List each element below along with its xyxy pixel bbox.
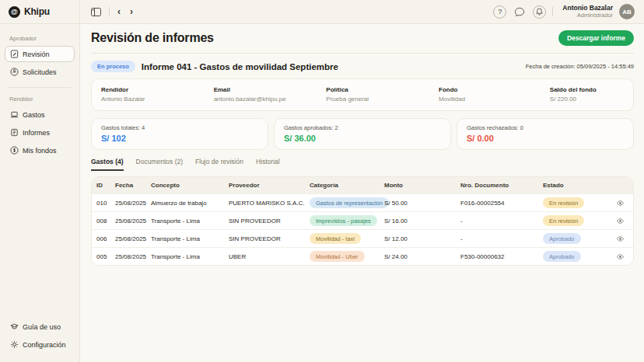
table-header-row: ID Fecha Concepto Proveedor Categoría Mo… — [92, 177, 633, 193]
sidebar-item-guia-de-uso[interactable]: Guía de uso — [5, 318, 75, 335]
detail-value: antonio.bazalar@khipu.pe — [214, 96, 327, 103]
cell-proveedor: UBER — [229, 253, 310, 260]
detail-label: Saldo del fondo — [550, 86, 624, 93]
view-expense-eye-icon[interactable] — [615, 252, 625, 262]
cell-concepto: Almuerzo de trabajo — [151, 200, 229, 207]
back-chevron-icon[interactable]: ‹ — [116, 5, 122, 18]
cell-proveedor: PUERTO MARISKO S.A.C. — [229, 200, 310, 207]
stat-gastos-totales: Gastos totales: 4 S/ 102 — [91, 118, 268, 150]
topbar-main: ‹ › ? Antonio Bazalar Administrador AB — [80, 0, 644, 23]
detail-value: Prueba general — [326, 96, 439, 103]
forward-chevron-icon[interactable]: › — [128, 5, 135, 18]
sidebar-item-revision[interactable]: Revisión — [5, 46, 75, 62]
view-expense-eye-icon[interactable] — [615, 216, 625, 226]
report-title: Informe 041 - Gastos de movilidad Septie… — [142, 62, 338, 71]
cell-fecha: 25/08/2025 — [115, 253, 151, 260]
report-file-icon — [10, 128, 19, 137]
cell-concepto: Transporte - Lima — [151, 235, 229, 242]
sidebar-item-informes[interactable]: Informes — [5, 124, 75, 141]
detail-politica: Política Prueba general — [326, 86, 439, 103]
app-window: @ Khipu ‹ › ? Antonio Bazalar Administra… — [0, 0, 644, 362]
sidebar-item-configuracion[interactable]: Configuración — [5, 336, 75, 353]
chat-icon[interactable] — [513, 5, 527, 19]
bell-icon[interactable] — [533, 5, 546, 19]
sidebar-section-aprobador: Aprobador — [5, 33, 75, 46]
tab-documentos[interactable]: Documentos (2) — [136, 158, 183, 171]
sidebar-toggle-icon[interactable] — [89, 6, 103, 18]
category-badge: Movilidad - taxi — [310, 233, 361, 244]
status-badge: En revisión — [543, 197, 584, 208]
tab-gastos[interactable]: Gastos (4) — [91, 158, 124, 171]
expenses-table: ID Fecha Concepto Proveedor Categoría Mo… — [91, 176, 634, 266]
status-badge: Aprobado — [543, 251, 581, 262]
tab-historial[interactable]: Historial — [256, 158, 280, 171]
cell-documento: - — [460, 218, 543, 225]
main-content: Revisión de informes Descargar informe E… — [80, 24, 644, 362]
table-row: 008 25/08/2025 Transporte - Lima SIN PRO… — [92, 211, 633, 229]
sidebar-section-rendidor: Rendidor — [5, 94, 75, 106]
sidebar-item-label: Informes — [23, 129, 50, 137]
sidebar-item-label: Revisión — [23, 50, 50, 58]
view-expense-eye-icon[interactable] — [615, 198, 625, 208]
detail-label: Fondo — [439, 86, 550, 93]
col-proveedor: Proveedor — [229, 182, 310, 189]
stat-label: Gastos totales: 4 — [101, 124, 258, 131]
stat-gastos-aprobados: Gastos aprobados: 2 S/ 36.00 — [274, 118, 451, 150]
cell-concepto: Transporte - Lima — [151, 218, 229, 225]
view-expense-eye-icon[interactable] — [615, 234, 625, 244]
detail-label: Rendidor — [101, 86, 214, 93]
status-badge: En revisión — [543, 215, 584, 226]
detail-value: S/ 220.00 — [550, 96, 624, 103]
sidebar-divider — [8, 87, 72, 88]
cell-fecha: 25/08/2025 — [115, 200, 151, 207]
download-report-button[interactable]: Descargar informe — [558, 30, 634, 46]
detail-saldo-del-fondo: Saldo del fondo S/ 220.00 — [550, 86, 624, 103]
cell-proveedor: SIN PROVEEDOR — [229, 235, 310, 242]
table-row: 006 25/08/2025 Transporte - Lima SIN PRO… — [92, 229, 633, 247]
table-row: 010 25/08/2025 Almuerzo de trabajo PUERT… — [92, 193, 633, 211]
cell-documento: F016-00002554 — [460, 200, 543, 207]
tab-flujo-de-revision[interactable]: Flujo de revisión — [195, 158, 243, 171]
col-categoria: Categoría — [310, 182, 384, 189]
stat-value: S/ 36.00 — [284, 134, 441, 143]
col-nro-documento: Nro. Documento — [460, 182, 543, 189]
hand-coin-icon — [10, 68, 19, 76]
cell-monto: S/ 24.00 — [384, 253, 460, 260]
sidebar-item-label: Configuración — [23, 341, 66, 349]
brand-name: Khipu — [24, 6, 50, 17]
cell-concepto: Transporte - Lima — [151, 253, 229, 260]
cell-fecha: 25/08/2025 — [115, 235, 151, 242]
cell-documento: F530-00000632 — [460, 253, 543, 260]
detail-value: Movilidad — [439, 96, 550, 103]
col-estado: Estado — [543, 182, 614, 189]
page-header: Revisión de informes Descargar informe — [91, 30, 634, 54]
detail-fondo: Fondo Movilidad — [439, 86, 550, 103]
detail-value: Antonio Bazalar — [101, 96, 214, 103]
user-role: Administrador — [562, 12, 613, 19]
user-menu[interactable]: Antonio Bazalar Administrador — [562, 5, 613, 19]
topbar: @ Khipu ‹ › ? Antonio Bazalar Administra… — [0, 0, 644, 24]
col-id: ID — [96, 182, 115, 189]
avatar[interactable]: AB — [619, 4, 635, 19]
status-badge: En proceso — [91, 61, 135, 72]
khipu-logo-icon: @ — [9, 6, 20, 18]
gear-icon — [10, 340, 19, 349]
help-icon[interactable]: ? — [493, 5, 506, 19]
cell-id: 006 — [96, 235, 115, 242]
report-details-card: Rendidor Antonio Bazalar Email antonio.b… — [91, 78, 634, 111]
table-row: 005 25/08/2025 Transporte - Lima UBER Mo… — [92, 247, 633, 265]
tabs: Gastos (4) Documentos (2) Flujo de revis… — [91, 158, 634, 171]
sidebar-item-solicitudes[interactable]: Solicitudes — [5, 64, 75, 80]
brand-area: @ Khipu — [0, 0, 80, 23]
sidebar-item-label: Gastos — [23, 111, 45, 119]
topbar-divider — [109, 7, 110, 16]
cell-monto: S/ 50.00 — [384, 200, 460, 207]
cell-id: 005 — [96, 253, 115, 260]
sidebar-item-gastos[interactable]: Gastos — [5, 106, 75, 123]
col-concepto: Concepto — [151, 182, 229, 189]
document-edit-icon — [10, 50, 19, 58]
detail-label: Política — [326, 86, 439, 93]
category-badge: Gastos de representación — [310, 197, 389, 208]
detail-rendidor: Rendidor Antonio Bazalar — [101, 86, 214, 103]
sidebar-item-mis-fondos[interactable]: Mis fondos — [5, 142, 75, 158]
